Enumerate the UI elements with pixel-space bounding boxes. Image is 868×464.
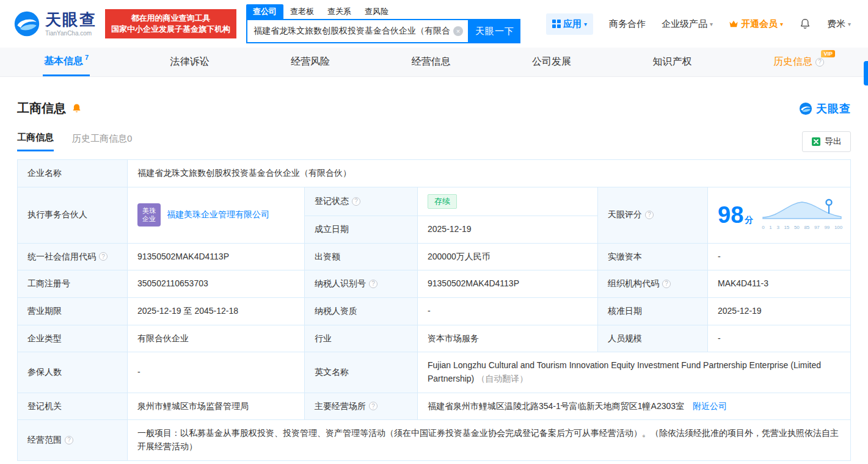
tab-history-info[interactable]: VIP 历史信息 ? (772, 48, 825, 76)
chevron-down-icon: ▾ (710, 21, 713, 27)
table-row: 登记机关 泉州市鲤城区市场监督管理局 主要经营场所 ? 福建省泉州市鲤城区温陵北… (18, 393, 851, 420)
logo-name: 天眼查 (45, 11, 97, 29)
page-header: 天眼查 TianYanCha.com 都在用的商业查询工具 国家中小企业发展子基… (0, 0, 868, 48)
table-row: 企业名称 福建省龙珠文旅数创股权投资基金合伙企业（有限合伙） (18, 160, 851, 187)
open-vip-menu[interactable]: 开通会员 ▾ (729, 18, 783, 30)
enterprise-products-label: 企业级产品 (662, 18, 707, 30)
crown-icon (729, 20, 739, 28)
help-icon[interactable]: ? (815, 58, 824, 67)
english-name-note: （自动翻译） (476, 374, 528, 383)
search-box: × 天眼一下 (246, 19, 520, 43)
notification-bell[interactable] (799, 18, 811, 30)
side-float-handle[interactable] (864, 61, 868, 85)
search-input-wrap: × (246, 19, 469, 43)
tab-intellectual-property[interactable]: 知识产权 (651, 48, 693, 76)
excel-icon (811, 137, 821, 147)
label-org-code: 组织机构代码 ? (598, 270, 708, 298)
export-button[interactable]: 导出 (802, 131, 851, 152)
value-capital: 200000万人民币 (418, 243, 598, 270)
value-approval-date: 2025-12-19 (708, 297, 851, 325)
subtab-registration-info[interactable]: 工商信息 (17, 132, 54, 151)
subtab-history-registration-info[interactable]: 历史工商信息0 (72, 133, 132, 151)
apps-menu-label: 应用 (563, 18, 582, 30)
chevron-down-icon: ▾ (584, 21, 587, 27)
section-sub-tabs: 工商信息 历史工商信息0 导出 (17, 131, 851, 152)
top-menu: 应用 ▾ 商务合作 企业级产品 ▾ 开通会员 ▾ 费米 ▾ (530, 13, 851, 35)
search-tabs: 查公司 查老板 查关系 查风险 (246, 4, 520, 19)
label-approval-date: 核准日期 (598, 297, 708, 325)
value-registration-authority: 泉州市鲤城区市场监督管理局 (128, 393, 305, 420)
company-nav-tabs: 基本信息7 法律诉讼 经营风险 经营信息 公司发展 知识产权 VIP 历史信息 … (0, 48, 868, 77)
help-icon[interactable]: ? (369, 402, 377, 410)
help-icon[interactable]: ? (369, 280, 377, 288)
tianyancha-brand-icon (799, 102, 812, 115)
registration-status-label: 登记状态 (315, 195, 349, 208)
search-tab-boss[interactable]: 查老板 (283, 4, 321, 19)
label-registration-number: 工商注册号 (18, 270, 128, 298)
tab-basic-info[interactable]: 基本信息7 (43, 48, 90, 76)
business-cooperation-link[interactable]: 商务合作 (609, 18, 646, 30)
tab-business-info[interactable]: 经营信息 (410, 48, 452, 76)
label-business-term: 营业期限 (18, 297, 128, 325)
label-business-scope: 经营范围 ? (18, 420, 128, 460)
tab-legal-proceedings-label: 法律诉讼 (170, 56, 210, 68)
main-content: 工商信息 天眼查 工商信息 历史工商信息0 导出 (0, 100, 868, 461)
partner-company-link[interactable]: 福建美珠企业管理有限公司 (167, 208, 269, 222)
table-row: 参保人数 - 英文名称 Fujian Longzhu Cultural and … (18, 352, 851, 393)
label-company-type: 企业类型 (18, 325, 128, 352)
label-company-name: 企业名称 (18, 160, 128, 187)
credit-code-label: 统一社会信用代码 (27, 250, 96, 264)
enterprise-products-menu[interactable]: 企业级产品 ▾ (662, 18, 713, 30)
value-registration-status: 存续 (418, 187, 598, 216)
tab-operational-risk[interactable]: 经营风险 (290, 48, 331, 76)
table-row: 工商注册号 350502110653703 纳税人识别号 ? 91350502M… (18, 270, 851, 298)
value-executive-partner: 美珠 企业 福建美珠企业管理有限公司 (128, 187, 305, 243)
partner-logo-line1: 美珠 (142, 207, 156, 215)
value-org-code: MAK4D411-3 (708, 270, 851, 298)
apps-menu[interactable]: 应用 ▾ (546, 13, 593, 35)
user-menu[interactable]: 费米 ▾ (827, 18, 851, 30)
help-icon[interactable]: ? (65, 436, 73, 444)
value-insured-count: - (128, 352, 305, 393)
partner-logo-line2: 企业 (142, 215, 156, 223)
tab-business-info-label: 经营信息 (412, 56, 451, 68)
table-row: 营业期限 2025-12-19 至 2045-12-18 纳税人资质 - 核准日… (18, 297, 851, 325)
search-area: 查公司 查老板 查关系 查风险 × 天眼一下 (246, 4, 520, 43)
partner-company-logo: 美珠 企业 (137, 203, 161, 227)
value-tianyancha-score[interactable]: 98分 0131550859799100 (708, 187, 851, 243)
premises-address: 福建省泉州市鲤城区温陵北路354-1号富临新天地商贸区1幢A2303室 (428, 401, 684, 411)
help-icon[interactable]: ? (645, 211, 654, 219)
help-icon[interactable]: ? (99, 252, 108, 261)
search-button[interactable]: 天眼一下 (469, 19, 520, 43)
search-tab-risk[interactable]: 查风险 (358, 4, 395, 19)
search-tab-company[interactable]: 查公司 (246, 4, 283, 19)
tab-intellectual-property-label: 知识产权 (652, 56, 691, 68)
search-input[interactable] (253, 26, 450, 36)
promo-banner: 都在用的商业查询工具 国家中小企业发展子基金旗下机构 (105, 9, 236, 38)
value-paid-in-capital: - (708, 243, 851, 270)
search-tab-relation[interactable]: 查关系 (321, 4, 358, 19)
nearby-companies-link[interactable]: 附近公司 (693, 401, 727, 411)
tab-legal-proceedings[interactable]: 法律诉讼 (169, 48, 211, 76)
label-industry: 行业 (305, 325, 418, 352)
label-credit-code: 统一社会信用代码 ? (18, 243, 128, 270)
tab-operational-risk-label: 经营风险 (291, 56, 330, 68)
label-taxpayer-id: 纳税人识别号 ? (305, 270, 418, 298)
tianyancha-logo[interactable]: 天眼查 TianYanCha.com (13, 10, 97, 37)
table-row: 企业类型 有限合伙企业 行业 资本市场服务 人员规模 - (18, 325, 851, 352)
label-establish-date: 成立日期 (305, 216, 418, 243)
tab-company-development[interactable]: 公司发展 (531, 48, 572, 76)
value-business-term: 2025-12-19 至 2045-12-18 (128, 297, 305, 325)
vip-badge: VIP (821, 50, 835, 57)
clear-search-icon[interactable]: × (453, 26, 463, 36)
value-credit-code: 91350502MAK4D4113P (128, 243, 305, 270)
org-code-label: 组织机构代码 (608, 277, 659, 291)
help-icon[interactable]: ? (662, 280, 671, 288)
value-taxpayer-id: 91350502MAK4D4113P (418, 270, 598, 298)
help-icon[interactable]: ? (352, 197, 360, 206)
subscribe-bell-icon[interactable] (71, 103, 82, 114)
business-registration-table: 企业名称 福建省龙珠文旅数创股权投资基金合伙企业（有限合伙） 执行事务合伙人 美… (17, 159, 851, 461)
label-premises: 主要经营场所 ? (305, 393, 418, 420)
score-label: 天眼评分 (608, 208, 642, 222)
section-header: 工商信息 天眼查 (17, 100, 851, 117)
